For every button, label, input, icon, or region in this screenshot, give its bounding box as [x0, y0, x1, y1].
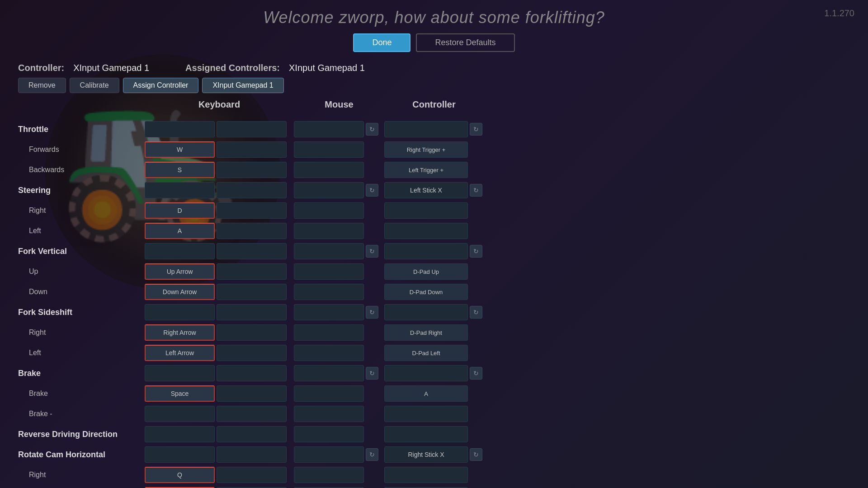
keyboard-cell[interactable]: [145, 304, 215, 320]
keyboard-secondary-cell[interactable]: [217, 467, 287, 483]
controller-cell[interactable]: D-Pad Left: [384, 345, 468, 361]
controller-cell[interactable]: Left Stick X: [384, 182, 468, 198]
mouse-cell[interactable]: [294, 263, 364, 280]
mouse-cell[interactable]: [294, 365, 364, 381]
section-label: Throttle: [18, 125, 145, 134]
keyboard-secondary-cell[interactable]: [217, 385, 287, 402]
keyboard-cell[interactable]: [217, 365, 287, 381]
keyboard-cell[interactable]: [145, 182, 215, 198]
controller-cell[interactable]: [384, 202, 468, 219]
controller-cell[interactable]: D-Pad Down: [384, 284, 468, 300]
controller-refresh-button[interactable]: ↻: [470, 367, 482, 380]
keyboard-cell[interactable]: [217, 426, 287, 442]
mouse-cell[interactable]: [294, 284, 364, 300]
keyboard-primary-cell[interactable]: Q: [145, 467, 215, 483]
mouse-refresh-button[interactable]: ↻: [366, 306, 378, 319]
assign-controller-button[interactable]: Assign Controller: [123, 78, 199, 93]
mouse-cell[interactable]: [294, 324, 364, 341]
mouse-refresh-button[interactable]: ↻: [366, 123, 378, 136]
controller-cell[interactable]: [384, 121, 468, 137]
mouse-refresh-button[interactable]: ↻: [366, 448, 378, 461]
xinput-gamepad-button[interactable]: XInput Gamepad 1: [202, 78, 283, 93]
table-row: RightQ: [18, 465, 850, 484]
action-label: Right: [18, 471, 145, 479]
controller-cell[interactable]: [384, 467, 468, 483]
keyboard-cell[interactable]: [217, 121, 287, 137]
keyboard-secondary-cell[interactable]: [217, 406, 287, 422]
keyboard-cell[interactable]: [145, 365, 215, 381]
controller-cell[interactable]: [384, 426, 468, 442]
keyboard-cell[interactable]: [145, 446, 215, 463]
mouse-cell[interactable]: [294, 121, 364, 137]
keyboard-secondary-cell[interactable]: [217, 223, 287, 239]
calibrate-button[interactable]: Calibrate: [70, 78, 119, 93]
table-row: Reverse Driving Direction: [18, 425, 850, 444]
mouse-refresh-button[interactable]: ↻: [366, 367, 378, 380]
keyboard-secondary-cell[interactable]: [217, 263, 287, 280]
controller-cell[interactable]: Left Trigger +: [384, 162, 468, 178]
mouse-cell[interactable]: [294, 162, 364, 178]
mouse-cell[interactable]: [294, 202, 364, 219]
controller-cell[interactable]: D-Pad Right: [384, 324, 468, 341]
keyboard-primary-cell[interactable]: [145, 406, 215, 422]
controller-cell[interactable]: A: [384, 385, 468, 402]
keyboard-secondary-cell[interactable]: [217, 284, 287, 300]
restore-defaults-button[interactable]: Restore Defaults: [416, 33, 514, 52]
mouse-cell[interactable]: [294, 304, 364, 320]
keyboard-cell[interactable]: [217, 243, 287, 259]
remove-button[interactable]: Remove: [18, 78, 66, 93]
keyboard-primary-cell[interactable]: Up Arrow: [145, 263, 215, 280]
controller-cell[interactable]: D-Pad Up: [384, 263, 468, 280]
keyboard-cell[interactable]: [145, 121, 215, 137]
controller-refresh-button[interactable]: ↻: [470, 448, 482, 461]
mouse-cell[interactable]: [294, 406, 364, 422]
mouse-cell[interactable]: [294, 426, 364, 442]
keyboard-secondary-cell[interactable]: [217, 202, 287, 219]
mouse-cell[interactable]: [294, 243, 364, 259]
controller-cell[interactable]: Right Stick X: [384, 446, 468, 463]
controller-refresh-button[interactable]: ↻: [470, 245, 482, 258]
mouse-cell[interactable]: [294, 182, 364, 198]
done-button[interactable]: Done: [353, 33, 410, 52]
controller-cell[interactable]: [384, 406, 468, 422]
mouse-cell[interactable]: [294, 385, 364, 402]
keyboard-cell[interactable]: [145, 243, 215, 259]
controller-cell[interactable]: [384, 304, 468, 320]
keyboard-primary-cell[interactable]: Right Arrow: [145, 324, 215, 341]
keyboard-secondary-cell[interactable]: [217, 345, 287, 361]
keyboard-secondary-cell[interactable]: [217, 324, 287, 341]
mouse-cell[interactable]: [294, 223, 364, 239]
controller-refresh-button[interactable]: ↻: [470, 306, 482, 319]
keyboard-cell[interactable]: [217, 304, 287, 320]
mouse-cell[interactable]: [294, 467, 364, 483]
mouse-cell[interactable]: [294, 141, 364, 158]
keyboard-primary-cell[interactable]: Space: [145, 385, 215, 402]
mouse-cell[interactable]: [294, 446, 364, 463]
mouse-refresh-button[interactable]: ↻: [366, 245, 378, 258]
keyboard-primary-cell[interactable]: Left Arrow: [145, 345, 215, 361]
keyboard-primary-cell[interactable]: S: [145, 162, 215, 178]
controller-column-header: Controller: [384, 99, 484, 113]
controller-refresh-button[interactable]: ↻: [470, 184, 482, 197]
controller-cell[interactable]: Right Trigger +: [384, 141, 468, 158]
keyboard-primary-cell[interactable]: W: [145, 141, 215, 158]
keyboard-primary-cell[interactable]: Down Arrow: [145, 284, 215, 300]
welcome-text: Welcome zworp, how about some forkliftin…: [0, 8, 868, 27]
table-row: LeftA: [18, 221, 850, 240]
table-row: Rotate Cam Horizontal↻Right Stick X↻: [18, 445, 850, 464]
keyboard-cell[interactable]: [217, 446, 287, 463]
controller-refresh-button[interactable]: ↻: [470, 123, 482, 136]
controller-cell[interactable]: [384, 365, 468, 381]
controller-cell[interactable]: [384, 223, 468, 239]
action-label: Brake -: [18, 410, 145, 418]
keyboard-primary-cell[interactable]: A: [145, 223, 215, 239]
keyboard-primary-cell[interactable]: D: [145, 202, 215, 219]
keyboard-cell[interactable]: [217, 182, 287, 198]
mouse-cell[interactable]: [294, 345, 364, 361]
mouse-refresh-button[interactable]: ↻: [366, 184, 378, 197]
action-label: Down: [18, 288, 145, 296]
keyboard-cell[interactable]: [145, 426, 215, 442]
keyboard-secondary-cell[interactable]: [217, 162, 287, 178]
controller-cell[interactable]: [384, 243, 468, 259]
keyboard-secondary-cell[interactable]: [217, 141, 287, 158]
